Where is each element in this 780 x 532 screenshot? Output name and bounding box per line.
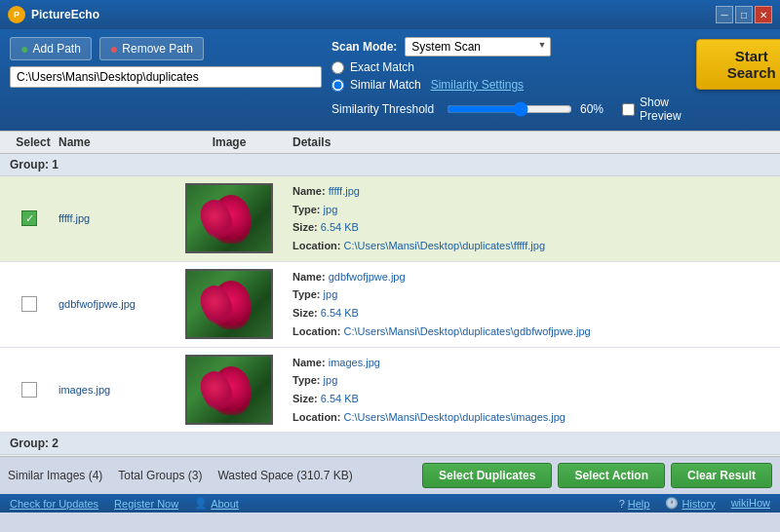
cell-image-3 xyxy=(176,351,283,429)
maximize-button[interactable]: □ xyxy=(735,6,753,23)
scan-controls-wrapper: Scan Mode: System Scan Folder Scan Custo… xyxy=(332,37,780,123)
similar-images-stat: Similar Images (4) xyxy=(8,469,102,482)
similar-match-label[interactable]: Similar Match xyxy=(350,78,421,92)
scan-mode-row: Scan Mode: System Scan Folder Scan Custo… xyxy=(332,37,686,57)
similar-match-radio[interactable] xyxy=(332,79,344,92)
total-groups-stat: Total Groups (3) xyxy=(118,469,202,482)
col-header-name: Name xyxy=(58,135,176,149)
filename-1: fffff.jpg xyxy=(58,212,90,224)
about-section: 👤 About xyxy=(194,497,239,510)
table-row: ✓ fffff.jpg Name: fffff.jpg Type: jpg Si… xyxy=(0,176,780,262)
title-bar-controls: ─ □ ✕ xyxy=(716,6,772,23)
title-bar: P PictureEcho ─ □ ✕ xyxy=(0,0,780,29)
start-search-button[interactable]: Start Search xyxy=(696,39,780,90)
detail-loc-label-3: Location: xyxy=(292,411,344,423)
wikihow-link[interactable]: wikiHow xyxy=(731,497,770,510)
close-button[interactable]: ✕ xyxy=(755,6,772,23)
help-link[interactable]: Help xyxy=(628,498,650,510)
path-input[interactable] xyxy=(10,66,322,88)
history-link[interactable]: History xyxy=(682,498,715,510)
table-header: Select Name Image Details xyxy=(0,131,780,154)
filename-3: images.jpg xyxy=(58,384,110,396)
cell-name-3: images.jpg xyxy=(58,384,176,396)
path-buttons: ● Add Path ● Remove Path xyxy=(10,37,322,60)
cell-select-3 xyxy=(0,382,58,398)
minimize-button[interactable]: ─ xyxy=(716,6,733,23)
history-section: 🕐 History xyxy=(665,497,715,510)
add-path-button[interactable]: ● Add Path xyxy=(10,37,92,60)
detail-name-val-3: images.jpg xyxy=(329,357,380,368)
group-2-header: Group: 2 xyxy=(0,433,780,455)
status-bar-actions: Select Duplicates Select Action Clear Re… xyxy=(422,463,772,488)
add-path-label: Add Path xyxy=(32,42,80,56)
detail-name-val-2: gdbfwofjpwe.jpg xyxy=(329,271,406,283)
detail-size-val-2: 6.54 KB xyxy=(321,307,359,319)
show-preview-row: Show Preview xyxy=(622,95,686,123)
cell-name-1: fffff.jpg xyxy=(58,212,176,224)
select-duplicates-button[interactable]: Select Duplicates xyxy=(422,463,552,488)
col-header-image: Image xyxy=(176,135,283,149)
scan-panel: Scan Mode: System Scan Folder Scan Custo… xyxy=(332,37,686,123)
select-action-button[interactable]: Select Action xyxy=(558,463,665,488)
thumbnail-2 xyxy=(185,269,273,339)
remove-path-label: Remove Path xyxy=(122,42,193,56)
similarity-threshold-label: Similarity Threshold xyxy=(332,102,439,116)
thumbnail-1 xyxy=(185,183,273,253)
detail-type-label-1: Type: xyxy=(292,204,324,215)
wasted-space-stat: Wasted Space (310.7 KB) xyxy=(217,469,352,482)
exact-match-row: Exact Match xyxy=(332,60,686,74)
remove-path-button[interactable]: ● Remove Path xyxy=(99,37,204,60)
about-link[interactable]: About xyxy=(211,498,239,510)
detail-type-label-2: Type: xyxy=(292,288,324,300)
content-area: Group: 1 ✓ fffff.jpg Name: fffff.jpg Typ… xyxy=(0,154,780,456)
detail-size-val-1: 6.54 KB xyxy=(321,221,359,233)
similar-match-row: Similar Match Similarity Settings xyxy=(332,78,686,92)
cell-image-2 xyxy=(176,265,283,343)
detail-name-label-3: Name: xyxy=(292,357,329,368)
title-bar-title: PictureEcho xyxy=(31,8,99,21)
status-bar: Similar Images (4) Total Groups (3) Wast… xyxy=(0,456,780,494)
footer-right: ? Help 🕐 History wikiHow xyxy=(619,497,770,510)
show-preview-label[interactable]: Show Preview xyxy=(640,95,686,123)
similarity-slider[interactable] xyxy=(447,101,572,117)
minus-icon: ● xyxy=(110,41,118,57)
detail-name-label-1: Name: xyxy=(292,185,329,197)
detail-size-label-1: Size: xyxy=(292,221,321,233)
detail-type-label-3: Type: xyxy=(292,374,324,386)
detail-size-val-3: 6.54 KB xyxy=(321,393,359,404)
checkbox-1[interactable]: ✓ xyxy=(21,210,37,226)
detail-name-val-1: fffff.jpg xyxy=(329,185,360,197)
detail-loc-label-1: Location: xyxy=(292,240,344,251)
exact-match-label[interactable]: Exact Match xyxy=(350,60,414,74)
detail-loc-val-2: C:\Users\Mansi\Desktop\duplicates\gdbfwo… xyxy=(344,325,591,337)
group-2-label: Group: 2 xyxy=(10,437,58,450)
plus-icon: ● xyxy=(20,41,28,57)
detail-size-label-2: Size: xyxy=(292,307,321,319)
detail-loc-val-1: C:\Users\Mansi\Desktop\duplicates\fffff.… xyxy=(344,240,545,251)
left-panel: ● Add Path ● Remove Path xyxy=(10,37,322,88)
question-icon: ? xyxy=(619,498,625,510)
detail-type-val-1: jpg xyxy=(324,204,338,215)
similarity-settings-link[interactable]: Similarity Settings xyxy=(431,78,524,92)
similarity-threshold-value: 60% xyxy=(580,102,614,116)
scan-mode-label: Scan Mode: xyxy=(332,40,397,54)
scan-mode-select[interactable]: System Scan Folder Scan Custom Scan xyxy=(405,37,551,57)
exact-match-radio[interactable] xyxy=(332,61,344,74)
person-icon: 👤 xyxy=(194,497,208,510)
top-panel: ● Add Path ● Remove Path Scan Mode: Syst… xyxy=(0,29,780,131)
checkbox-3[interactable] xyxy=(21,382,37,398)
thumbnail-3 xyxy=(185,355,273,425)
help-section: ? Help xyxy=(619,497,650,510)
filename-2: gdbfwofjpwe.jpg xyxy=(58,298,136,310)
show-preview-checkbox[interactable] xyxy=(622,103,635,116)
table-row: gdbfwofjpwe.jpg Name: gdbfwofjpwe.jpg Ty… xyxy=(0,262,780,348)
checkbox-2[interactable] xyxy=(21,296,37,312)
clear-result-button[interactable]: Clear Result xyxy=(671,463,772,488)
table-row: images.jpg Name: images.jpg Type: jpg Si… xyxy=(0,348,780,434)
group-1-header: Group: 1 xyxy=(0,154,780,176)
check-for-updates-link[interactable]: Check for Updates xyxy=(10,498,98,510)
cell-details-1: Name: fffff.jpg Type: jpg Size: 6.54 KB … xyxy=(283,176,780,261)
detail-name-label-2: Name: xyxy=(292,271,329,283)
register-now-link[interactable]: Register Now xyxy=(114,498,178,510)
cell-details-3: Name: images.jpg Type: jpg Size: 6.54 KB… xyxy=(283,348,780,433)
